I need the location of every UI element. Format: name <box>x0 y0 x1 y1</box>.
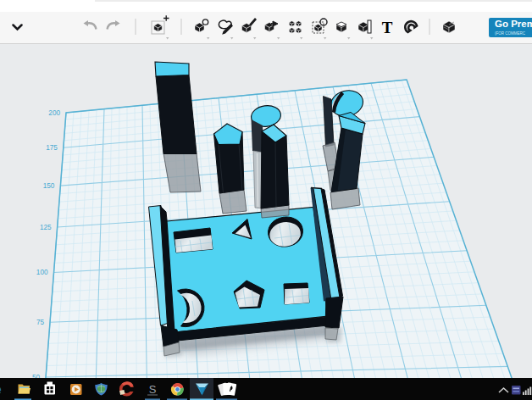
svg-text:200: 200 <box>48 109 60 117</box>
svg-text:150: 150 <box>43 182 55 190</box>
svg-text:75: 75 <box>36 319 45 326</box>
svg-text:S: S <box>149 383 157 396</box>
svg-text:100: 100 <box>36 269 48 276</box>
svg-text:125: 125 <box>40 224 52 231</box>
svg-text:e: e <box>0 381 2 397</box>
svg-text:175: 175 <box>46 144 58 152</box>
